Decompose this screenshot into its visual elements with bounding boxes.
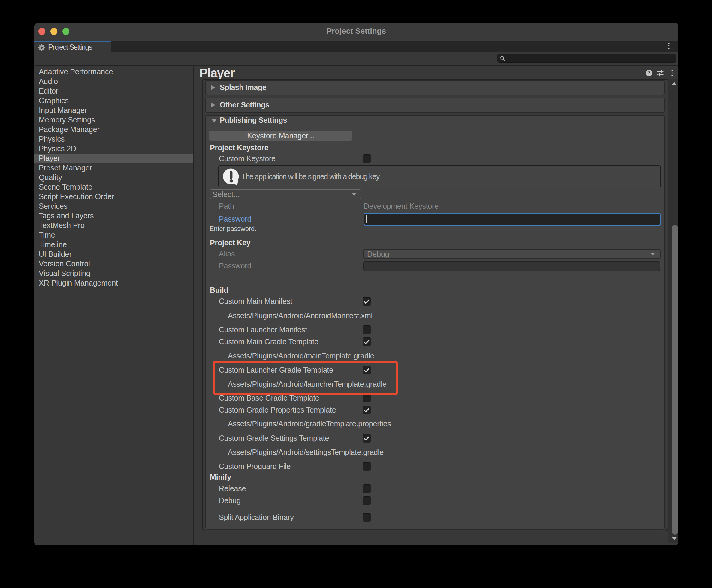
svg-text:?: ?	[648, 70, 650, 75]
